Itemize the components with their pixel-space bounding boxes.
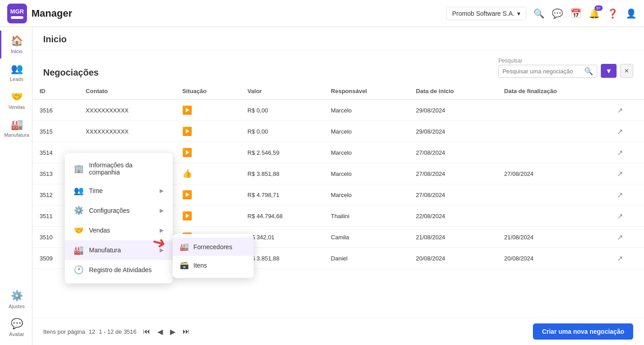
search-area: Pesquisar 🔍 ▼ ✕	[498, 58, 633, 78]
search-wrapper: Pesquisar 🔍	[498, 58, 597, 78]
pagination-info: Itens por página 12 1 - 12 de 3516 ⏮ ◀ ▶…	[43, 326, 192, 338]
vendas-arrow-icon: ▶	[160, 227, 164, 233]
submenu-item-fornecedores[interactable]: 🏭 Fornecedores	[173, 237, 254, 256]
cell-responsavel: Thailini	[324, 206, 409, 227]
account-icon[interactable]: 👤	[626, 8, 637, 19]
cell-situacao: ▶️	[175, 99, 240, 121]
col-actions	[610, 83, 644, 99]
cell-situacao: 👍	[175, 163, 240, 184]
company-name: Promob Software S.A.	[452, 10, 514, 17]
menu-item-time[interactable]: 👥 Time ▶	[65, 181, 173, 201]
manufatura-arrow-icon: ▶	[160, 247, 164, 253]
app-logo: MGR	[7, 4, 27, 23]
menu-label-time: Time	[89, 187, 103, 194]
cell-edit[interactable]: ↗	[610, 142, 644, 163]
edit-icon[interactable]: ↗	[617, 255, 623, 262]
table-row: 3516 XXXXXXXXXXX ▶️ R$ 0,00 Marcelo 29/0…	[32, 99, 644, 121]
edit-icon[interactable]: ↗	[617, 128, 623, 135]
cell-edit[interactable]: ↗	[610, 163, 644, 184]
col-responsavel: Responsável	[324, 83, 409, 99]
next-page-button[interactable]: ▶	[167, 326, 178, 338]
edit-icon[interactable]: ↗	[617, 170, 623, 178]
menu-item-manufatura[interactable]: 🏭 Manufatura ▶	[65, 240, 173, 260]
sidebar-item-avaliar[interactable]: 💬 Avaliar	[0, 314, 32, 341]
items-per-page-value: 12	[89, 328, 95, 335]
search-input-row: 🔍	[498, 65, 597, 78]
menu-label-configuracoes: Configurações	[89, 207, 130, 214]
edit-icon[interactable]: ↗	[617, 149, 623, 157]
sidebar-item-ajustes[interactable]: ⚙️ Ajustes	[0, 286, 32, 314]
cell-fim: 27/08/2024	[497, 163, 610, 184]
edit-icon[interactable]: ↗	[617, 107, 623, 114]
search-icon[interactable]: 🔍	[533, 8, 545, 19]
sidebar-item-leads[interactable]: 👥 Leads	[0, 58, 32, 86]
cell-edit[interactable]: ↗	[610, 121, 644, 142]
cell-responsavel: Camila	[324, 227, 409, 248]
submenu-label-itens: Itens	[193, 262, 207, 269]
table-toolbar: Negociações Pesquisar 🔍 ▼ ✕	[32, 50, 644, 83]
calendar-icon[interactable]: 📅	[570, 8, 581, 19]
company-selector[interactable]: Promob Software S.A. ▾	[446, 7, 526, 20]
help-icon[interactable]: ❓	[607, 8, 618, 19]
ajustes-icon: ⚙️	[11, 290, 23, 302]
menu-item-configuracoes[interactable]: ⚙️ Configurações ▶	[65, 201, 173, 220]
cell-fim	[497, 184, 610, 206]
cell-edit[interactable]: ↗	[610, 99, 644, 121]
last-page-button[interactable]: ⏭	[180, 326, 192, 337]
status-play-icon: ▶️	[182, 190, 192, 199]
edit-icon[interactable]: ↗	[617, 233, 623, 241]
cell-inicio: 27/08/2024	[409, 163, 497, 184]
prev-page-button[interactable]: ◀	[155, 326, 165, 338]
sidebar-item-vendas[interactable]: 🤝 Vendas	[0, 86, 32, 114]
cell-responsavel: Marcelo	[324, 99, 409, 121]
sidebar-item-inicio[interactable]: 🏠 Inicio	[0, 31, 32, 58]
menu-item-informacoes[interactable]: 🏢 Informações da companhia	[65, 157, 173, 181]
company-dropdown-arrow: ▾	[517, 10, 520, 17]
fornecedores-icon: 🏭	[180, 242, 189, 251]
vendas-icon: 🤝	[11, 91, 23, 103]
first-page-button[interactable]: ⏮	[140, 326, 153, 337]
col-situacao: Situação	[175, 83, 240, 99]
pagination-range: 1 - 12 de 3516	[99, 328, 137, 335]
edit-icon[interactable]: ↗	[617, 212, 623, 220]
page-header: Inicio	[32, 27, 644, 50]
menu-item-registro[interactable]: 🕐 Registro de Atividades	[65, 260, 173, 280]
sidebar-label-manufatura: Manufatura	[4, 132, 29, 138]
cell-edit[interactable]: ↗	[610, 184, 644, 206]
cell-inicio: 20/08/2024	[409, 248, 497, 269]
sidebar-label-ajustes: Ajustes	[9, 304, 25, 309]
configuracoes-icon: ⚙️	[74, 206, 84, 215]
sidebar-label-inicio: Inicio	[11, 49, 22, 54]
create-negotiation-button[interactable]: Criar uma nova negociação	[533, 323, 633, 340]
submenu-item-itens[interactable]: 🗃️ Itens	[173, 256, 254, 274]
cell-edit[interactable]: ↗	[610, 227, 644, 248]
time-arrow-icon: ▶	[160, 188, 164, 194]
submenu-label-fornecedores: Fornecedores	[193, 243, 232, 251]
search-label: Pesquisar	[498, 58, 597, 64]
cell-edit[interactable]: ↗	[610, 248, 644, 269]
cell-fim	[497, 142, 610, 163]
notifications-icon[interactable]: 🔔 9+	[589, 8, 600, 19]
sidebar-item-manufatura[interactable]: 🏭 Manufatura	[0, 114, 32, 142]
menu-label-registro: Registro de Atividades	[89, 266, 152, 273]
cell-valor: R$ 44.794,68	[240, 206, 323, 227]
cell-responsavel: Marcelo	[324, 142, 409, 163]
cell-responsavel: Marcelo	[324, 184, 409, 206]
search-input[interactable]	[502, 68, 581, 75]
logo-text: MGR	[10, 8, 24, 15]
page-title: Inicio	[43, 34, 633, 50]
filter-button[interactable]: ▼	[601, 64, 617, 78]
edit-icon[interactable]: ↗	[617, 191, 623, 199]
cell-id: 3516	[32, 99, 79, 121]
filter-clear-button[interactable]: ✕	[620, 64, 633, 78]
avaliar-icon: 💬	[11, 318, 23, 330]
negociacoes-title: Negociações	[43, 67, 98, 78]
menu-item-vendas[interactable]: 🤝 Vendas ▶	[65, 220, 173, 240]
chat-icon[interactable]: 💬	[552, 8, 563, 19]
content-area: Inicio Negociações Pesquisar 🔍 ▼ ✕	[32, 27, 644, 345]
manufatura-menu-icon: 🏭	[74, 245, 84, 255]
cell-inicio: 27/08/2024	[409, 184, 497, 206]
cell-inicio: 29/08/2024	[409, 99, 497, 121]
pagination: Itens por página 12 1 - 12 de 3516 ⏮ ◀ ▶…	[32, 318, 644, 345]
cell-edit[interactable]: ↗	[610, 206, 644, 227]
